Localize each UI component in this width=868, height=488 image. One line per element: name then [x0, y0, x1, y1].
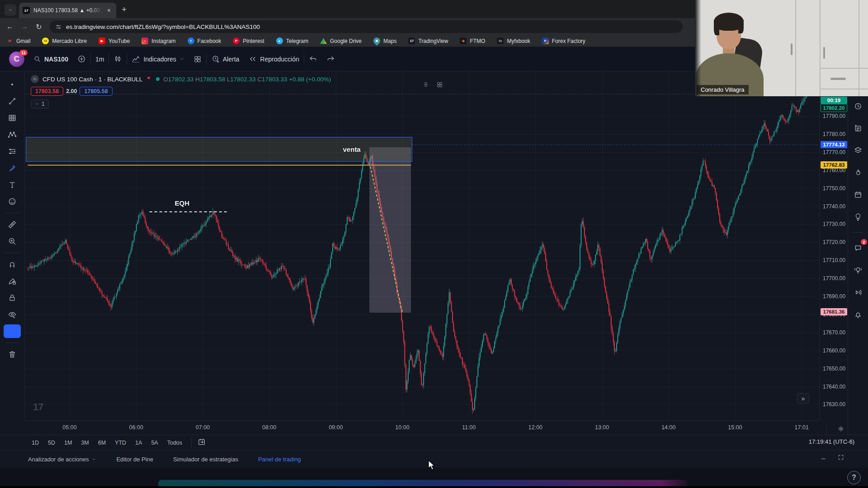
- tab-list-chevron-icon[interactable]: [5, 4, 16, 16]
- replay-button[interactable]: Reproducción: [244, 55, 303, 63]
- text-notes-button[interactable]: [851, 122, 865, 135]
- object-tree-button[interactable]: [851, 144, 865, 157]
- range-todos-button[interactable]: Todos: [164, 438, 186, 448]
- series-clock[interactable]: 17:19:41 (UTC-6): [809, 438, 854, 445]
- redo-button[interactable]: [322, 55, 340, 63]
- user-avatar[interactable]: C 11: [9, 52, 24, 67]
- chat-count-badge: 2: [861, 239, 867, 245]
- live-streams-button[interactable]: [851, 263, 865, 277]
- ideas-button[interactable]: [851, 210, 865, 224]
- panel-tab-simulador-de-estrategias[interactable]: Simulador de estrategias: [173, 456, 238, 463]
- site-info-icon[interactable]: [55, 23, 62, 30]
- forward-icon[interactable]: →: [18, 20, 31, 33]
- sync-drawings-tool[interactable]: [4, 324, 21, 338]
- indicators-label: Indicadores: [143, 56, 176, 63]
- scroll-to-recent-button[interactable]: »: [797, 393, 809, 404]
- eqh-label[interactable]: EQH: [175, 199, 190, 207]
- flag-icon[interactable]: [146, 75, 152, 83]
- shows-button[interactable]: [851, 286, 865, 299]
- bookmark-item[interactable]: PPinterest: [233, 38, 264, 44]
- range-1m-button[interactable]: 1M: [61, 438, 75, 448]
- range-5d-button[interactable]: 5D: [44, 438, 59, 448]
- text-notes-icon: [854, 124, 863, 133]
- range-5a-button[interactable]: 5A: [147, 438, 161, 448]
- range-1d-button[interactable]: 1D: [28, 438, 42, 448]
- maximize-panel-icon[interactable]: [837, 454, 844, 461]
- bookmark-item[interactable]: fxMyfxbook: [497, 38, 530, 44]
- bookmark-item[interactable]: ▸Telegram: [276, 38, 308, 44]
- brush-tool[interactable]: [4, 161, 21, 175]
- sell-zone-label[interactable]: venta: [343, 145, 361, 153]
- trend-line-tool[interactable]: [4, 94, 21, 108]
- interval-button[interactable]: 1m: [91, 56, 108, 63]
- help-button[interactable]: ?: [847, 471, 861, 484]
- symbol-description[interactable]: CFD US 100 Cash · 1 · BLACKBULL: [42, 76, 142, 83]
- indicators-button[interactable]: Indicadores: [127, 55, 189, 63]
- chats-button[interactable]: 2: [851, 241, 865, 255]
- chart-pane[interactable]: venta EQH N CFD US 100 Cash · 1 · BLACKB…: [25, 71, 819, 420]
- rail-divider: [852, 232, 864, 233]
- indicator-templates-button[interactable]: [189, 55, 206, 63]
- buy-price-button[interactable]: 17805.58: [80, 87, 112, 96]
- remove-drawings-tool[interactable]: [4, 347, 21, 361]
- panel-tab-panel-de-trading[interactable]: Panel de trading: [258, 456, 301, 463]
- maximize-pane-icon[interactable]: [436, 81, 443, 88]
- sell-price-button[interactable]: 17803.58: [31, 87, 63, 96]
- chart-style-button[interactable]: [109, 55, 127, 63]
- panel-tab-editor-de-pine[interactable]: Editor de Pine: [116, 456, 153, 463]
- bookmark-item[interactable]: fFacebook: [188, 38, 222, 44]
- long-position-tool[interactable]: [4, 145, 21, 158]
- range-1a-button[interactable]: 1A: [132, 438, 146, 448]
- magnet-tool[interactable]: [4, 258, 21, 271]
- notifications-button[interactable]: [851, 308, 865, 321]
- emoji-tool[interactable]: [4, 195, 21, 208]
- drawings-count-button[interactable]: 1: [31, 99, 49, 108]
- hotlists-button[interactable]: [851, 166, 865, 179]
- tradingview-watermark-logo[interactable]: 17: [33, 401, 43, 413]
- tab-close-icon[interactable]: ×: [105, 6, 113, 14]
- chart-legend[interactable]: N CFD US 100 Cash · 1 · BLACKBULL O17802…: [31, 75, 331, 83]
- bookmark-item[interactable]: ▶YouTube: [99, 38, 130, 44]
- alerts-clock-button[interactable]: [851, 99, 865, 113]
- bookmark-item[interactable]: ○Instagram: [142, 38, 175, 44]
- zoom-in-tool[interactable]: [4, 235, 21, 248]
- new-tab-button[interactable]: +: [122, 5, 127, 14]
- bookmark-item[interactable]: Maps: [373, 38, 396, 44]
- panel-tab-label: Analizador de acciones: [28, 456, 89, 463]
- text-tool[interactable]: [4, 178, 21, 192]
- drawing-lock-tool[interactable]: [4, 274, 21, 288]
- panel-tab-label: Panel de trading: [258, 456, 301, 463]
- browser-tab[interactable]: 17 NAS100 17803.58 ▲ +0.03% Si ×: [19, 3, 116, 18]
- bookmark-item[interactable]: MMercado Libre: [42, 38, 87, 44]
- undo-button[interactable]: [304, 55, 322, 63]
- xabcd-pattern-tool[interactable]: [4, 128, 21, 141]
- alert-button[interactable]: Alerta: [207, 55, 244, 63]
- bookmark-item[interactable]: FForex Factory: [542, 38, 585, 44]
- lock-all-tool[interactable]: [4, 291, 21, 305]
- panel-tab-analizador-de-acciones[interactable]: Analizador de acciones: [28, 456, 96, 463]
- hide-drawings-tool[interactable]: [4, 308, 21, 321]
- compare-button[interactable]: [73, 55, 90, 63]
- sell-path-dashed-line[interactable]: [370, 167, 402, 313]
- range-3m-button[interactable]: 3M: [77, 438, 92, 448]
- bookmark-item[interactable]: ◆FTMO: [460, 38, 485, 44]
- bookmark-item[interactable]: 17TradingView: [408, 38, 448, 44]
- address-bar[interactable]: es.tradingview.com/chart/ftZL6sWg/?symbo…: [50, 20, 683, 33]
- go-to-date-button[interactable]: [197, 437, 206, 448]
- bookmark-item[interactable]: MGmail: [6, 38, 30, 44]
- time-axis[interactable]: 05:0006:0007:0008:0009:0010:0011:0012:00…: [25, 420, 819, 435]
- reload-icon[interactable]: ↻: [33, 20, 45, 33]
- cursor-dot-tool[interactable]: [4, 78, 21, 91]
- calendar-button[interactable]: [851, 188, 865, 202]
- drag-handle-icon[interactable]: [423, 81, 429, 88]
- ruler-tool[interactable]: [4, 218, 21, 231]
- price-axis[interactable]: 17790.0017780.0017770.0017760.0017750.00…: [819, 71, 848, 420]
- minimize-panel-icon[interactable]: [820, 454, 827, 461]
- range-6m-button[interactable]: 6M: [94, 438, 109, 448]
- symbol-search-button[interactable]: NAS100: [29, 55, 73, 63]
- fib-retracement-tool[interactable]: [4, 111, 21, 125]
- bookmark-item[interactable]: Google Drive: [320, 38, 362, 44]
- back-icon[interactable]: ←: [4, 20, 16, 33]
- range-ytd-button[interactable]: YTD: [111, 438, 130, 448]
- spread-value: 2.00: [66, 88, 77, 94]
